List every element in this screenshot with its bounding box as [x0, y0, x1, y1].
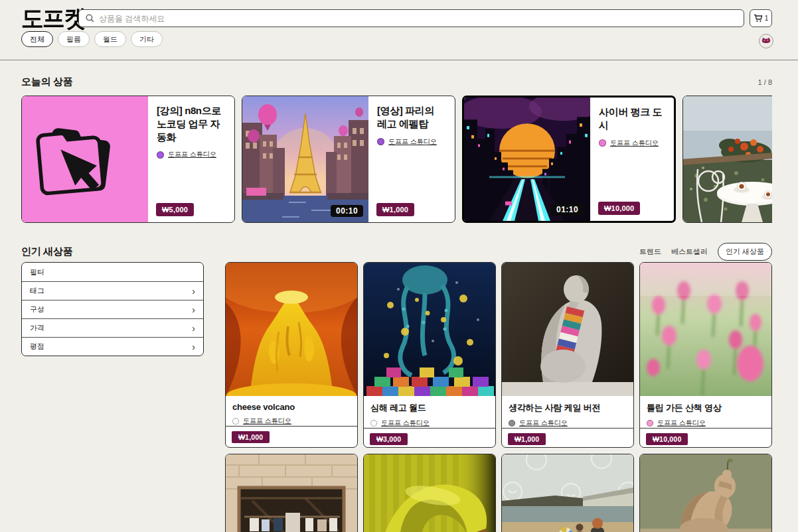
product-card[interactable]: 튤립 가든 산책 영상 도프프 스튜디오 ₩10,000: [639, 262, 772, 448]
product-card[interactable]: 생각하는 사람 케일 버전 도프프 스튜디오 ₩1,000: [501, 262, 634, 448]
product-card[interactable]: [682, 96, 772, 223]
price-row: ₩10,000: [640, 428, 771, 448]
marketplace-page: 도프켓 1 전체 필름 월드 기타: [0, 0, 798, 532]
product-title: [영상] 파리의 레고 에펠탑: [377, 104, 446, 131]
popular-title: 인기 새상품: [21, 245, 72, 258]
product-image-thinker-scarf: [502, 263, 633, 396]
filter-row-composition[interactable]: 구성 ›: [22, 300, 203, 318]
product-info: [영상] 파리의 레고 에펠탑 도프프 스튜디오 ₩1,000: [368, 96, 455, 222]
studio-link[interactable]: 도프프 스튜디오: [388, 137, 437, 147]
carousel-pagination: 1 / 8: [758, 78, 772, 86]
studio-avatar: [377, 138, 384, 145]
tab-bestseller[interactable]: 베스트셀러: [671, 247, 708, 257]
studio-link[interactable]: 도프프 스튜디오: [610, 139, 659, 148]
studio-link[interactable]: 도프프 스튜디오: [381, 419, 430, 428]
price-badge: ₩1,000: [232, 431, 270, 443]
filter-row-label: 구성: [30, 304, 44, 314]
studio-link[interactable]: 도프프 스튜디오: [519, 419, 568, 428]
duration-badge: 00:10: [331, 205, 363, 217]
header: 도프켓 1 전체 필름 월드 기타: [0, 0, 798, 60]
product-image-beach-walk: [502, 454, 633, 532]
studio-row: 도프프 스튜디오: [157, 150, 226, 159]
product-card[interactable]: [225, 454, 358, 532]
popular-section-header: 인기 새상품 트렌드 베스트셀러 인기 새상품: [21, 243, 772, 261]
price-badge: ₩10,000: [598, 202, 640, 215]
product-info: 생각하는 사람 케일 버전 도프프 스튜디오: [502, 396, 633, 428]
product-title: 생각하는 사람 케일 버전: [509, 402, 627, 414]
filter-row-tags[interactable]: 태그 ›: [22, 281, 203, 300]
filter-row-price[interactable]: 가격 ›: [22, 318, 203, 337]
studio-row: 도프프 스튜디오: [370, 419, 489, 428]
cart-icon: [754, 14, 763, 23]
studio-row: 도프프 스튜디오: [647, 419, 765, 428]
filter-panel: 필터 태그 › 구성 › 가격 › 평점 ›: [21, 262, 204, 356]
chevron-right-icon: ›: [192, 305, 195, 314]
logo[interactable]: 도프켓: [21, 3, 85, 35]
cat-avatar-icon: [761, 37, 771, 45]
studio-avatar: [509, 420, 515, 427]
product-card[interactable]: cheese volcano 도프프 스튜디오 ₩1,000: [225, 262, 358, 448]
studio-avatar: [647, 420, 653, 427]
product-image-folder-illustration: [22, 96, 148, 222]
chevron-right-icon: ›: [192, 287, 195, 296]
product-info: 사이버 펑크 도시 도프프 스튜디오 ₩10,000: [590, 98, 674, 221]
product-image-balcony-cafe: [683, 96, 772, 222]
price-row: ₩1,000: [502, 428, 633, 448]
product-card[interactable]: [501, 454, 634, 532]
product-title: 사이버 펑크 도시: [599, 105, 665, 132]
user-avatar[interactable]: [759, 34, 773, 48]
product-image-yellow-lamp: [364, 454, 495, 532]
product-card[interactable]: 심해 레고 월드 도프프 스튜디오 ₩3,000: [363, 262, 496, 448]
filter-row-label: 태그: [30, 286, 44, 296]
chevron-right-icon: ›: [192, 342, 195, 352]
product-card[interactable]: [363, 454, 496, 532]
tab-popular-new[interactable]: 인기 새상품: [718, 243, 772, 261]
tab-trend[interactable]: 트렌드: [639, 247, 661, 257]
chip-film[interactable]: 필름: [58, 31, 90, 47]
filter-row-label: 가격: [30, 323, 44, 333]
studio-link[interactable]: 도프프 스튜디오: [168, 150, 216, 159]
product-title: 심해 레고 월드: [370, 402, 489, 414]
today-carousel: [강의] n8n으로 노코딩 업무 자동화 도프프 스튜디오 ₩5,000: [21, 96, 772, 224]
product-card[interactable]: 00:10 [영상] 파리의 레고 에펠탑 도프프 스튜디오 ₩1,000: [242, 96, 455, 223]
search-bar: [78, 9, 744, 27]
today-title: 오늘의 상품: [21, 76, 72, 88]
product-card-selected[interactable]: 01:10 사이버 펑크 도시 도프프 스튜디오 ₩10,000: [462, 96, 676, 223]
price-badge: ₩1,000: [376, 203, 414, 216]
product-info: [강의] n8n으로 노코딩 업무 자동화 도프프 스튜디오 ₩5,000: [148, 96, 234, 222]
chip-all[interactable]: 전체: [21, 31, 53, 47]
product-title: cheese volcano: [232, 402, 351, 412]
chip-world[interactable]: 월드: [94, 31, 126, 47]
price-row: ₩3,000: [364, 428, 495, 448]
category-chips: 전체 필름 월드 기타: [21, 31, 163, 47]
chip-etc[interactable]: 기타: [131, 31, 163, 47]
cart-button[interactable]: 1: [750, 9, 772, 27]
product-image-deep-sea-lego: [364, 263, 495, 396]
product-info: cheese volcano 도프프 스튜디오: [226, 396, 357, 426]
popular-grid: cheese volcano 도프프 스튜디오 ₩1,000: [225, 262, 772, 532]
chevron-right-icon: ›: [192, 324, 195, 333]
product-image-green-statue: [640, 454, 771, 532]
search-input[interactable]: [99, 14, 737, 23]
today-section-header: 오늘의 상품 1 / 8: [21, 76, 772, 88]
product-title: [강의] n8n으로 노코딩 업무 자동화: [157, 104, 226, 143]
studio-row: 도프프 스튜디오: [232, 417, 351, 426]
product-card[interactable]: [639, 454, 772, 532]
product-title: 튤립 가든 산책 영상: [647, 402, 765, 414]
studio-link[interactable]: 도프프 스튜디오: [657, 419, 706, 428]
price-badge: ₩10,000: [646, 433, 688, 445]
product-card[interactable]: [강의] n8n으로 노코딩 업무 자동화 도프프 스튜디오 ₩5,000: [21, 96, 235, 223]
product-image-cheese-volcano: [226, 263, 357, 396]
price-row: ₩1,000: [226, 426, 357, 447]
product-image-tulip-garden: [640, 263, 771, 396]
filter-row-rating[interactable]: 평점 ›: [22, 337, 203, 356]
duration-badge: 01:10: [551, 204, 584, 216]
filter-row-label: 평점: [30, 342, 44, 352]
cart-count: 1: [765, 15, 769, 22]
product-image-paris-lego: [242, 96, 368, 222]
filter-header: 필터: [22, 263, 203, 281]
studio-avatar: [599, 139, 606, 147]
product-info: 튤립 가든 산책 영상 도프프 스튜디오: [640, 396, 771, 428]
studio-link[interactable]: 도프프 스튜디오: [243, 417, 291, 426]
studio-row: 도프프 스튜디오: [599, 139, 665, 148]
